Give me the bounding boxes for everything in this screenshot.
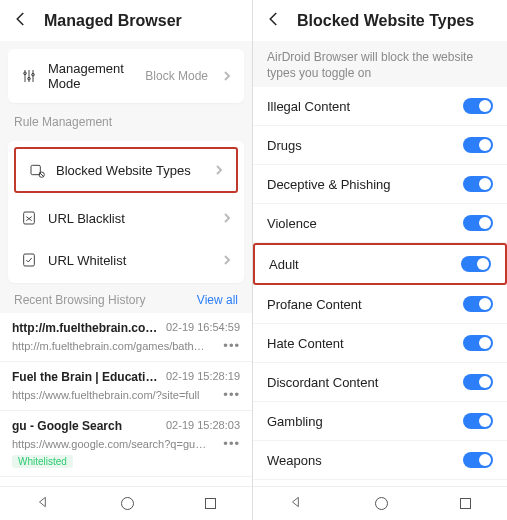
- toggle-label: Weapons: [267, 453, 322, 468]
- toggle-switch[interactable]: [463, 137, 493, 153]
- toggle-label: Hate Content: [267, 336, 344, 351]
- whitelisted-badge: Whitelisted: [12, 455, 73, 468]
- nav-home-icon[interactable]: [375, 497, 388, 510]
- history-header: Recent Browsing History View all: [0, 283, 252, 313]
- android-navbar: [0, 486, 252, 520]
- android-navbar: [253, 486, 507, 520]
- toggle-label: Illegal Content: [267, 99, 350, 114]
- chevron-right-icon: [222, 211, 232, 226]
- toggle-switch[interactable]: [463, 215, 493, 231]
- header: Managed Browser: [0, 0, 252, 41]
- rule-list: Blocked Website Types URL Blacklist URL …: [8, 141, 244, 283]
- managed-browser-pane: Managed Browser Management Mode Block Mo…: [0, 0, 253, 520]
- history-url: http://m.fuelthebrain.com/games/bath…: [12, 340, 217, 352]
- blocked-types-pane: Blocked Website Types AirDroid Browser w…: [253, 0, 507, 520]
- history-time: 02-19 15:28:03: [166, 419, 240, 431]
- history-time: 02-19 15:28:19: [166, 370, 240, 382]
- history-label: Recent Browsing History: [14, 293, 145, 307]
- sliders-icon: [20, 67, 38, 85]
- history-title: Fuel the Brain | Educational Ga…: [12, 370, 160, 384]
- toggle-switch[interactable]: [461, 256, 491, 272]
- management-mode-card[interactable]: Management Mode Block Mode: [8, 49, 244, 103]
- history-time: 02-19 16:54:59: [166, 321, 240, 333]
- history-item[interactable]: Fuel the Brain | Educational Ga…02-19 15…: [0, 362, 252, 411]
- header: Blocked Website Types: [253, 0, 507, 41]
- blacklist-icon: [20, 209, 38, 227]
- toggle-switch[interactable]: [463, 374, 493, 390]
- more-icon[interactable]: •••: [217, 387, 240, 402]
- history-title: http://m.fuelthebrain.com/gam…: [12, 321, 160, 335]
- back-icon[interactable]: [12, 10, 30, 31]
- toggle-label: Gambling: [267, 414, 323, 429]
- rule-label: Blocked Website Types: [56, 163, 204, 178]
- chevron-right-icon: [214, 163, 224, 178]
- page-title: Blocked Website Types: [297, 12, 474, 30]
- view-all-link[interactable]: View all: [197, 293, 238, 307]
- toggle-label: Deceptive & Phishing: [267, 177, 391, 192]
- toggle-row[interactable]: Adult: [253, 243, 507, 285]
- toggle-label: Violence: [267, 216, 317, 231]
- toggle-row[interactable]: Violence: [253, 204, 507, 243]
- rule-label: URL Whitelist: [48, 253, 212, 268]
- rule-label: URL Blacklist: [48, 211, 212, 226]
- more-icon[interactable]: •••: [217, 338, 240, 353]
- history-title: gu - Google Search: [12, 419, 160, 433]
- toggle-switch[interactable]: [463, 335, 493, 351]
- page-title: Managed Browser: [44, 12, 182, 30]
- toggle-label: Drugs: [267, 138, 302, 153]
- toggle-label: Discordant Content: [267, 375, 378, 390]
- whitelist-icon: [20, 251, 38, 269]
- toggle-switch[interactable]: [463, 413, 493, 429]
- toggle-label: Profane Content: [267, 297, 362, 312]
- rule-url-whitelist[interactable]: URL Whitelist: [8, 239, 244, 281]
- toggle-switch[interactable]: [463, 98, 493, 114]
- history-item[interactable]: gu - Google Search02-19 15:28:03https://…: [0, 411, 252, 477]
- chevron-right-icon: [222, 253, 232, 268]
- nav-back-icon[interactable]: [36, 495, 50, 512]
- blocked-types-icon: [28, 161, 46, 179]
- nav-recent-icon[interactable]: [205, 498, 216, 509]
- nav-back-icon[interactable]: [289, 495, 303, 512]
- toggle-label: Adult: [269, 257, 299, 272]
- more-icon[interactable]: •••: [217, 436, 240, 451]
- toggle-switch[interactable]: [463, 176, 493, 192]
- subtext: AirDroid Browser will block the website …: [253, 41, 507, 87]
- toggle-row[interactable]: Illegal Content: [253, 87, 507, 126]
- toggle-row[interactable]: Deceptive & Phishing: [253, 165, 507, 204]
- toggle-row[interactable]: Hate Content: [253, 324, 507, 363]
- svg-rect-5: [24, 212, 35, 224]
- toggle-switch[interactable]: [463, 452, 493, 468]
- history-url: https://www.fuelthebrain.com/?site=full: [12, 389, 217, 401]
- settings-value: Block Mode: [145, 69, 208, 83]
- toggle-row[interactable]: Drugs: [253, 126, 507, 165]
- nav-recent-icon[interactable]: [460, 498, 471, 509]
- settings-label: Management Mode: [48, 61, 135, 91]
- toggle-row[interactable]: Gambling: [253, 402, 507, 441]
- nav-home-icon[interactable]: [121, 497, 134, 510]
- history-item[interactable]: http://m.fuelthebrain.com/gam…02-19 16:5…: [0, 313, 252, 362]
- history-url: https://www.google.com/search?q=gu…: [12, 438, 217, 450]
- chevron-right-icon: [222, 69, 232, 84]
- back-icon[interactable]: [265, 10, 283, 31]
- toggle-row[interactable]: Weapons: [253, 441, 507, 480]
- section-title: Rule Management: [0, 103, 252, 133]
- toggle-switch[interactable]: [463, 296, 493, 312]
- toggle-list: Illegal ContentDrugsDeceptive & Phishing…: [253, 87, 507, 520]
- rule-url-blacklist[interactable]: URL Blacklist: [8, 197, 244, 239]
- toggle-row[interactable]: Profane Content: [253, 285, 507, 324]
- svg-rect-6: [24, 254, 35, 266]
- toggle-row[interactable]: Discordant Content: [253, 363, 507, 402]
- rule-blocked-types[interactable]: Blocked Website Types: [14, 147, 238, 193]
